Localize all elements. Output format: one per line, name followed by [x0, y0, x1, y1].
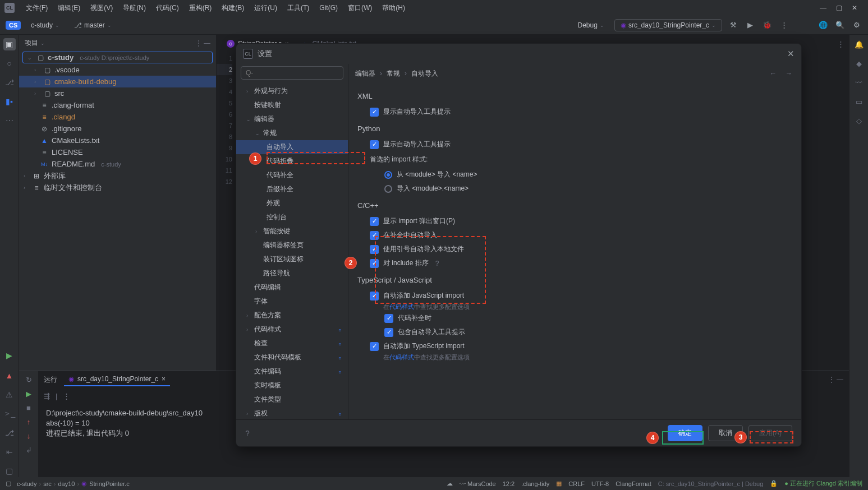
build-config[interactable]: Debug⌄: [573, 20, 609, 31]
problems-icon[interactable]: ⚠: [3, 389, 16, 401]
nav-inspections[interactable]: 检查▫: [236, 336, 348, 350]
help-button[interactable]: ?: [245, 429, 250, 438]
up-icon[interactable]: ↑: [27, 418, 31, 426]
box-icon[interactable]: ▢: [3, 465, 16, 477]
dialog-close-icon[interactable]: ✕: [787, 49, 794, 59]
nav-appearance2[interactable]: 外观: [236, 196, 348, 210]
editor-more-icon[interactable]: ⋮: [837, 40, 844, 48]
status-grid-icon[interactable]: ▦: [556, 480, 562, 487]
tree-item-cmakelists[interactable]: ▲CMakeLists.txt: [19, 135, 216, 146]
nav-gutter[interactable]: 装订区域图标: [236, 252, 348, 266]
python-import-from-radio[interactable]: 从 <module> 导入 <name>: [357, 168, 792, 182]
status-marscode[interactable]: 〰 MarsCode: [460, 480, 496, 487]
exit-icon[interactable]: ⇤: [3, 446, 16, 458]
translate-icon[interactable]: 🌐: [818, 20, 829, 31]
git-tool-icon[interactable]: ⎇: [3, 427, 16, 439]
nav-console[interactable]: 控制台: [236, 210, 348, 224]
db-icon[interactable]: ▭: [853, 95, 865, 108]
search-icon[interactable]: 🔍: [834, 20, 846, 31]
more-tool-icon[interactable]: ⋯: [3, 114, 16, 127]
project-panel-header[interactable]: 项目⌄ ⋮ —: [19, 35, 216, 51]
nav-colors[interactable]: ›配色方案: [236, 308, 348, 322]
close-icon[interactable]: ×: [162, 375, 166, 383]
nav-tabs[interactable]: 编辑器标签页: [236, 238, 348, 252]
gear-icon[interactable]: ⚙: [851, 20, 862, 31]
tree-item-vscode[interactable]: ›▢.vscode: [19, 64, 216, 76]
breadcrumb[interactable]: c-study› src› day10› ◉StringPointer.c: [17, 480, 130, 487]
nav-livetemplates[interactable]: 实时模板: [236, 378, 348, 392]
menu-edit[interactable]: 编辑(E): [53, 2, 85, 15]
tree-scratches[interactable]: ›≡临时文件和控制台: [19, 182, 216, 193]
tool-window-toggle[interactable]: ▢: [6, 480, 11, 487]
tree-item-src[interactable]: ›▢src: [19, 87, 216, 99]
play-icon[interactable]: ▶: [26, 390, 31, 398]
menu-file[interactable]: 文件(F): [21, 2, 52, 15]
ok-button[interactable]: 确定: [668, 425, 702, 441]
nav-postfix[interactable]: 后缀补全: [236, 182, 348, 196]
menu-run[interactable]: 运行(U): [250, 2, 282, 15]
menu-code[interactable]: 代码(C): [151, 2, 183, 15]
menu-refactor[interactable]: 重构(R): [185, 2, 217, 15]
terminal-icon[interactable]: ＞_: [3, 408, 16, 420]
coverage-icon[interactable]: ◇: [853, 114, 865, 127]
nav-forward-icon[interactable]: →: [783, 68, 794, 78]
ts-auto-js-import-checkbox[interactable]: ✓自动添加 JavaScript import: [357, 289, 792, 303]
nav-code-templates[interactable]: 文件和代码模板▫: [236, 350, 348, 364]
settings-search-input[interactable]: [241, 66, 343, 80]
nav-general[interactable]: ⌄常规: [236, 126, 348, 140]
run-icon[interactable]: ▶: [745, 20, 756, 31]
nav-keymap[interactable]: 按键映射: [236, 98, 348, 112]
menu-help[interactable]: 帮助(H): [378, 2, 410, 15]
build-icon[interactable]: ⚒: [728, 20, 739, 31]
code-style-link[interactable]: 代码样式: [389, 354, 414, 360]
status-format[interactable]: ClangFormat: [616, 480, 651, 487]
tree-item-readme[interactable]: M↓README.mdc-study: [19, 158, 216, 170]
nav-font[interactable]: 字体: [236, 294, 348, 308]
run-play-icon[interactable]: ▶: [3, 349, 16, 362]
nav-codeedit[interactable]: 代码编辑: [236, 280, 348, 294]
python-import-module-radio[interactable]: 导入 <module>.<name>: [357, 182, 792, 196]
down-icon[interactable]: ↓: [27, 432, 31, 440]
panel-more-icon[interactable]: ⋮ —: [828, 376, 843, 383]
menu-view[interactable]: 视图(V): [86, 2, 117, 15]
cpp-show-popup-checkbox[interactable]: ✓显示 import 弹出窗口(P): [357, 214, 792, 228]
cancel-button[interactable]: 取消: [708, 425, 743, 441]
status-indexing[interactable]: ● 正在进行 Clangd 索引编制: [784, 479, 862, 488]
cpp-sort-includes-checkbox[interactable]: ✓对 include 排序?: [357, 256, 792, 270]
ts-completion-checkbox[interactable]: ✓代码补全时: [357, 311, 792, 325]
nav-breadcrumb[interactable]: 路径导航: [236, 266, 348, 280]
menu-tools[interactable]: 工具(T): [283, 2, 314, 15]
tree-root[interactable]: ⌄▢ c-study c-study D:\project\c-study: [22, 52, 213, 63]
tree-ext-libs[interactable]: ›⊞外部库: [19, 170, 216, 182]
status-line-sep[interactable]: CRLF: [568, 480, 585, 487]
menu-build[interactable]: 构建(B): [217, 2, 249, 15]
branch-tool-icon[interactable]: ⎇: [3, 76, 16, 89]
nav-appearance[interactable]: ›外观与行为: [236, 84, 348, 98]
nav-filetypes[interactable]: 文件类型: [236, 392, 348, 406]
tree-item-license[interactable]: ≡LICENSE: [19, 146, 216, 158]
commit-tool-icon[interactable]: ○: [3, 57, 16, 70]
marscode-icon[interactable]: 〰: [853, 76, 865, 89]
filter-icon[interactable]: ⇶: [44, 392, 50, 400]
ts-hints-checkbox[interactable]: ✓包含自动导入工具提示: [357, 325, 792, 339]
help-icon[interactable]: ?: [435, 260, 439, 267]
nav-copyright[interactable]: ›版权▫: [236, 406, 348, 419]
ts-auto-ts-import-checkbox[interactable]: ✓自动添加 TypeScript import: [357, 339, 792, 353]
menu-navigate[interactable]: 导航(N): [118, 2, 150, 15]
nav-completion[interactable]: 代码补全: [236, 168, 348, 182]
project-dropdown[interactable]: c-study⌄: [26, 20, 64, 31]
vcs-branch[interactable]: ⎇master⌄: [70, 20, 116, 31]
status-clangtidy[interactable]: .clang-tidy: [521, 480, 549, 487]
notif-icon[interactable]: 🔔: [853, 38, 865, 50]
ai-icon[interactable]: ◆: [853, 57, 865, 70]
tree-item-gitignore[interactable]: ⊘.gitignore: [19, 123, 216, 135]
menu-git[interactable]: Git(G): [315, 2, 342, 13]
close-button[interactable]: ✕: [850, 4, 859, 12]
python-show-hints-checkbox[interactable]: ✓显示自动导入工具提示: [357, 137, 792, 151]
tree-item-clangd[interactable]: ≡.clangd: [19, 111, 216, 123]
apply-button[interactable]: 应用(A): [748, 425, 792, 441]
debug-icon[interactable]: 🐞: [761, 20, 773, 31]
run-config[interactable]: ◉src_day10_StringPointer_c⌄: [614, 19, 722, 31]
nav-smartkeys[interactable]: ›智能按键: [236, 224, 348, 238]
menu-window[interactable]: 窗口(W): [343, 2, 376, 15]
